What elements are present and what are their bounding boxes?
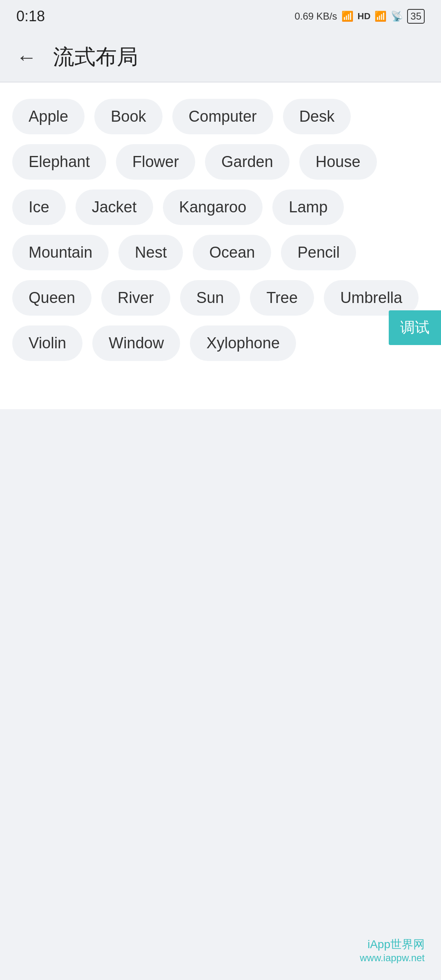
- chip-item[interactable]: Elephant: [12, 144, 106, 180]
- chip-item[interactable]: Xylophone: [190, 325, 296, 361]
- chip-item[interactable]: Pencil: [281, 235, 356, 270]
- chip-item[interactable]: Flower: [116, 144, 195, 180]
- chip-item[interactable]: Violin: [12, 325, 82, 361]
- signal-bars-icon: 📶: [374, 11, 387, 22]
- chip-item[interactable]: Mountain: [12, 235, 109, 270]
- chip-item[interactable]: Ice: [12, 189, 66, 225]
- chip-item[interactable]: Tree: [250, 280, 314, 316]
- main-content: AppleBookComputerDeskElephantFlowerGarde…: [0, 82, 441, 409]
- footer-watermark: iApp世界网 www.iappw.net: [360, 937, 425, 964]
- chip-item[interactable]: Computer: [172, 99, 273, 134]
- chip-item[interactable]: Sun: [180, 280, 241, 316]
- chip-item[interactable]: Queen: [12, 280, 91, 316]
- status-bar: 0:18 0.69 KB/s 📶 HD 📶 📡 35: [0, 0, 441, 33]
- site-url: www.iappw.net: [360, 952, 425, 964]
- chip-item[interactable]: Window: [92, 325, 180, 361]
- battery-indicator: 35: [407, 9, 425, 24]
- nav-bar: ← 流式布局: [0, 33, 441, 82]
- wifi-icon: 📡: [391, 11, 403, 22]
- chip-item[interactable]: Desk: [283, 99, 351, 134]
- chip-item[interactable]: Apple: [12, 99, 85, 134]
- site-name: iApp世界网: [360, 937, 425, 952]
- page-title: 流式布局: [53, 43, 138, 71]
- hd-icon: HD: [358, 11, 371, 22]
- chip-item[interactable]: Nest: [118, 235, 183, 270]
- chip-item[interactable]: Garden: [205, 144, 290, 180]
- status-time: 0:18: [16, 8, 45, 25]
- chip-item[interactable]: House: [299, 144, 377, 180]
- network-speed: 0.69 KB/s: [294, 11, 337, 22]
- chip-item[interactable]: Kangaroo: [163, 189, 263, 225]
- signal-icon: 📶: [341, 11, 354, 22]
- debug-button[interactable]: 调试: [389, 310, 441, 345]
- chip-container: AppleBookComputerDeskElephantFlowerGarde…: [12, 99, 429, 361]
- chip-item[interactable]: Ocean: [193, 235, 271, 270]
- status-icons: 0.69 KB/s 📶 HD 📶 📡 35: [294, 9, 425, 24]
- chip-item[interactable]: Lamp: [272, 189, 344, 225]
- chip-item[interactable]: Jacket: [76, 189, 153, 225]
- chip-item[interactable]: River: [101, 280, 170, 316]
- chip-item[interactable]: Book: [94, 99, 163, 134]
- back-button[interactable]: ←: [12, 41, 41, 73]
